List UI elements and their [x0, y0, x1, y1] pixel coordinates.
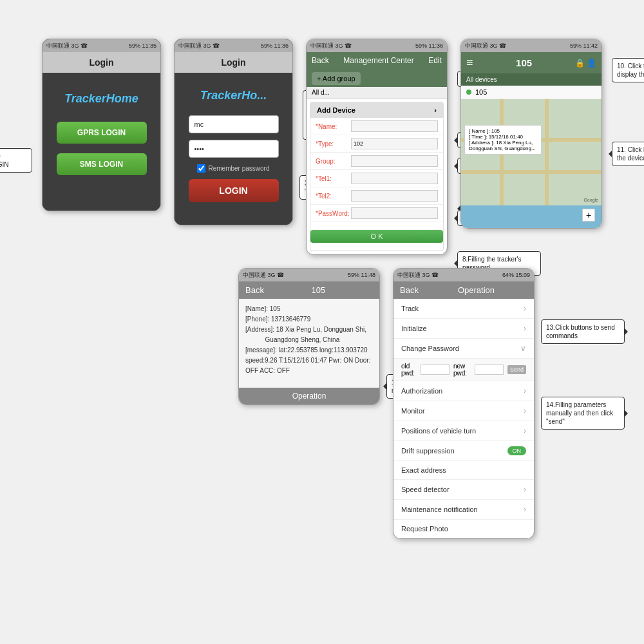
username-input[interactable]: [189, 115, 279, 133]
screen1-time: 59% 11:35: [129, 43, 156, 49]
device-item[interactable]: 105: [461, 86, 601, 99]
operation-footer[interactable]: Operation: [239, 388, 379, 404]
screen5-carrier: 中国联通 3G ☎: [243, 271, 284, 279]
mgmt-edit[interactable]: Edit: [428, 56, 442, 65]
group-label: Group:: [316, 158, 351, 165]
name-row: *Name:: [310, 118, 443, 135]
callout-14-text: 14.Filling parameters manually and then …: [546, 401, 613, 425]
login-button[interactable]: LOGIN: [189, 179, 279, 202]
device-status-dot: [466, 90, 471, 95]
menu-icon[interactable]: ≡: [466, 56, 473, 70]
vehicle-turn-label: Positions of vehicle turn: [401, 427, 476, 435]
screen5-wrapper: 中国联通 3G ☎ 59% 11:48 Back 105 [Name]: 105…: [238, 268, 380, 405]
tel1-input[interactable]: [351, 173, 438, 184]
screen5-time: 59% 11:48: [348, 272, 375, 278]
pwd-input[interactable]: [351, 207, 438, 219]
track-item[interactable]: Track ›: [393, 299, 534, 319]
add-group-button[interactable]: + Add group: [312, 72, 361, 85]
exact-address-item[interactable]: Exact address: [393, 461, 534, 480]
screen3-status-bar: 中国联通 3G ☎ 59% 11:36: [307, 39, 447, 52]
sms-login-button[interactable]: SMS LOGIN: [57, 153, 147, 175]
authorization-chevron: ›: [524, 386, 526, 395]
tel2-input[interactable]: [351, 190, 438, 202]
remember-checkbox[interactable]: [197, 164, 205, 173]
type-row: *Type:: [310, 135, 443, 153]
drift-toggle[interactable]: ON: [507, 446, 527, 455]
road-h2: [461, 170, 601, 174]
group-input[interactable]: [351, 155, 438, 167]
maintenance-chevron: ›: [524, 505, 526, 514]
speed-detector-chevron: ›: [524, 485, 526, 494]
name-input[interactable]: [351, 120, 438, 132]
all-devices-panel: All devices: [461, 73, 601, 86]
pwd-row: *PassWord:: [310, 205, 443, 222]
monitor-chevron: ›: [524, 406, 526, 415]
vehicle-turn-item[interactable]: Positions of vehicle turn ›: [393, 421, 534, 441]
detail-address: [Address]: 18 Xia Peng Lu, Dongguan Shi,…: [245, 325, 373, 345]
callout-13-text: 13.Click buttons to send commands: [546, 324, 615, 339]
google-watermark: Google: [583, 198, 598, 202]
track-chevron: ›: [524, 304, 526, 313]
speed-detector-item[interactable]: Speed detector ›: [393, 480, 534, 500]
screen1-header-title: Login: [43, 52, 160, 73]
screen4-time: 59% 11:42: [570, 43, 598, 49]
monitor-label: Monitor: [401, 407, 425, 415]
screen6-carrier: 中国联通 3G ☎: [397, 271, 439, 279]
tel1-row: *Tel1:: [310, 170, 443, 187]
new-pwd-label: new pwd:: [453, 363, 471, 377]
name-label: *Name:: [316, 123, 351, 130]
add-group-row: + Add group: [307, 69, 447, 87]
send-button[interactable]: Send: [507, 365, 526, 374]
map-header: ≡ 105 🔒 👤: [461, 52, 601, 73]
exact-address-label: Exact address: [401, 466, 446, 474]
screen1-body: TrackerHome GPRS LOGIN SMS LOGIN: [43, 73, 160, 211]
remember-label: Remember password: [208, 165, 269, 172]
main-container: 中国联通 3G ☎ 59% 11:35 Login TrackerHome GP…: [0, 0, 644, 644]
password-inputs-row: old pwd: new pwd: Send: [401, 363, 526, 377]
op-back[interactable]: Back: [400, 285, 419, 295]
old-pwd-input[interactable]: [421, 365, 450, 375]
tel2-row: *Tel2:: [310, 187, 443, 205]
change-password-item[interactable]: Change Password ∨: [393, 339, 534, 359]
type-label: *Type:: [316, 140, 351, 147]
maintenance-label: Maintenance notification: [401, 506, 478, 513]
group-row: Group:: [310, 153, 443, 170]
callout-10: 10. Click the icon, and display the list: [612, 58, 644, 82]
screen5-status-bar: 中国联通 3G ☎ 59% 11:48: [239, 269, 379, 281]
password-input[interactable]: [189, 140, 279, 158]
screen2-header-title: Login: [175, 52, 292, 73]
monitor-item[interactable]: Monitor ›: [393, 401, 534, 421]
authorization-item[interactable]: Authorization ›: [393, 381, 534, 401]
ok-button[interactable]: O K: [310, 230, 443, 243]
tracker-home-logo: TrackerHome: [64, 92, 138, 106]
device-name: 105: [475, 88, 487, 96]
drift-item: Drift suppression ON: [393, 441, 534, 461]
callout-13: 13.Click buttons to send commands: [541, 319, 625, 344]
mgmt-back[interactable]: Back: [312, 56, 329, 65]
map-zoom-in-button[interactable]: +: [582, 209, 595, 222]
initialize-item[interactable]: Initialize ›: [393, 319, 534, 339]
detail-name: [Name]: 105: [245, 304, 373, 314]
new-pwd-input[interactable]: [475, 365, 504, 375]
request-photo-item[interactable]: Request Photo: [393, 520, 534, 538]
detail-back[interactable]: Back: [245, 285, 264, 295]
initialize-chevron: ›: [524, 324, 526, 333]
screen3-carrier: 中国联通 3G ☎: [310, 42, 352, 50]
maintenance-item[interactable]: Maintenance notification ›: [393, 500, 534, 520]
map-area: [ Name ]: 105[ Time ]: 15/12/16 01:40[ A…: [461, 99, 601, 228]
all-devices-tab[interactable]: All d...: [307, 87, 447, 99]
tel2-label: *Tel2:: [316, 193, 351, 200]
op-header: Back Operation: [393, 281, 534, 299]
type-input[interactable]: [351, 138, 438, 149]
initialize-label: Initialize: [401, 325, 427, 332]
device-id-header: 105: [516, 57, 532, 68]
row2: 中国联通 3G ☎ 59% 11:48 Back 105 [Name]: 105…: [238, 268, 535, 539]
screen2-logo: TrackerHo...: [200, 89, 267, 102]
add-device-chevron: ›: [434, 106, 437, 114]
screen4-carrier: 中国联通 3G ☎: [465, 42, 506, 50]
screen4-wrapper: 中国联通 3G ☎ 59% 11:42 ≡ 105 🔒 👤 All device…: [460, 39, 602, 229]
row1: 中国联通 3G ☎ 59% 11:35 Login TrackerHome GP…: [42, 39, 602, 255]
screen5: 中国联通 3G ☎ 59% 11:48 Back 105 [Name]: 105…: [238, 268, 380, 405]
gprs-login-button[interactable]: GPRS LOGIN: [57, 122, 147, 144]
detail-phone: [Phone]: 13713646779: [245, 314, 373, 325]
